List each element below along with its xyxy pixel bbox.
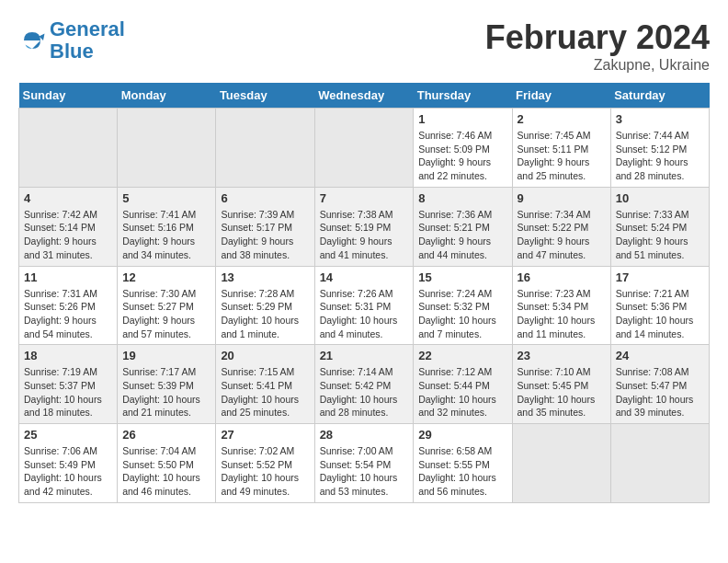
day-detail: Sunrise: 7:24 AMSunset: 5:32 PMDaylight:… xyxy=(418,287,506,341)
day-detail: Sunrise: 7:06 AMSunset: 5:49 PMDaylight:… xyxy=(24,444,112,499)
day-number: 23 xyxy=(518,349,606,362)
calendar-cell: 13Sunrise: 7:28 AMSunset: 5:29 PMDayligh… xyxy=(216,266,314,345)
day-detail: Sunrise: 7:42 AMSunset: 5:14 PMDaylight:… xyxy=(24,208,112,262)
day-detail: Sunrise: 7:31 AMSunset: 5:26 PMDaylight:… xyxy=(24,287,112,341)
day-detail: Sunrise: 7:02 AMSunset: 5:52 PMDaylight:… xyxy=(221,444,309,499)
day-detail: Sunrise: 7:10 AMSunset: 5:45 PMDaylight:… xyxy=(518,365,606,419)
day-number: 18 xyxy=(24,349,112,362)
day-number: 5 xyxy=(122,191,210,205)
location-subtitle: Zakupne, Ukraine xyxy=(485,57,710,74)
calendar-cell: 4Sunrise: 7:42 AMSunset: 5:14 PMDaylight… xyxy=(19,187,118,266)
day-number: 9 xyxy=(518,191,606,205)
day-detail: Sunrise: 7:04 AMSunset: 5:50 PMDaylight:… xyxy=(122,444,210,499)
day-number: 14 xyxy=(320,270,409,284)
calendar-cell: 20Sunrise: 7:15 AMSunset: 5:41 PMDayligh… xyxy=(216,345,314,424)
column-header-monday: Monday xyxy=(118,83,216,109)
day-detail: Sunrise: 7:33 AMSunset: 5:24 PMDaylight:… xyxy=(616,208,704,262)
column-header-tuesday: Tuesday xyxy=(216,83,314,109)
day-detail: Sunrise: 7:14 AMSunset: 5:42 PMDaylight:… xyxy=(320,365,409,419)
calendar-cell: 18Sunrise: 7:19 AMSunset: 5:37 PMDayligh… xyxy=(19,345,118,424)
day-number: 6 xyxy=(221,191,309,205)
week-row-1: 1Sunrise: 7:46 AMSunset: 5:09 PMDaylight… xyxy=(19,109,710,188)
day-number: 29 xyxy=(418,428,506,442)
calendar-cell: 2Sunrise: 7:45 AMSunset: 5:11 PMDaylight… xyxy=(512,109,610,188)
day-number: 28 xyxy=(320,428,409,442)
calendar-cell xyxy=(314,109,414,188)
column-header-saturday: Saturday xyxy=(610,83,709,109)
day-number: 3 xyxy=(616,112,704,126)
calendar-cell: 24Sunrise: 7:08 AMSunset: 5:47 PMDayligh… xyxy=(610,345,709,424)
calendar-table: SundayMondayTuesdayWednesdayThursdayFrid… xyxy=(18,83,710,503)
week-row-2: 4Sunrise: 7:42 AMSunset: 5:14 PMDaylight… xyxy=(19,187,710,266)
calendar-cell: 9Sunrise: 7:34 AMSunset: 5:22 PMDaylight… xyxy=(512,187,610,266)
day-detail: Sunrise: 7:12 AMSunset: 5:44 PMDaylight:… xyxy=(418,365,506,419)
day-detail: Sunrise: 7:00 AMSunset: 5:54 PMDaylight:… xyxy=(320,444,409,499)
logo: General Blue xyxy=(18,18,125,63)
main-title: February 2024 xyxy=(485,18,710,57)
day-number: 25 xyxy=(24,428,112,442)
calendar-header-row: SundayMondayTuesdayWednesdayThursdayFrid… xyxy=(19,83,710,109)
day-detail: Sunrise: 7:38 AMSunset: 5:19 PMDaylight:… xyxy=(320,208,409,262)
calendar-cell: 27Sunrise: 7:02 AMSunset: 5:52 PMDayligh… xyxy=(216,424,314,503)
week-row-4: 18Sunrise: 7:19 AMSunset: 5:37 PMDayligh… xyxy=(19,345,710,424)
calendar-cell: 17Sunrise: 7:21 AMSunset: 5:36 PMDayligh… xyxy=(610,266,709,345)
day-detail: Sunrise: 7:46 AMSunset: 5:09 PMDaylight:… xyxy=(418,129,506,183)
day-number: 8 xyxy=(418,191,506,205)
day-number: 20 xyxy=(221,349,309,362)
calendar-cell: 1Sunrise: 7:46 AMSunset: 5:09 PMDaylight… xyxy=(414,109,512,188)
day-number: 22 xyxy=(418,349,506,362)
calendar-cell: 5Sunrise: 7:41 AMSunset: 5:16 PMDaylight… xyxy=(118,187,216,266)
calendar-cell xyxy=(19,109,118,188)
day-number: 1 xyxy=(418,112,506,126)
day-detail: Sunrise: 7:17 AMSunset: 5:39 PMDaylight:… xyxy=(122,365,210,419)
calendar-cell: 25Sunrise: 7:06 AMSunset: 5:49 PMDayligh… xyxy=(19,424,118,503)
logo-text: General Blue xyxy=(50,18,125,63)
calendar-cell: 19Sunrise: 7:17 AMSunset: 5:39 PMDayligh… xyxy=(118,345,216,424)
day-number: 16 xyxy=(518,270,606,284)
calendar-cell: 28Sunrise: 7:00 AMSunset: 5:54 PMDayligh… xyxy=(314,424,414,503)
week-row-3: 11Sunrise: 7:31 AMSunset: 5:26 PMDayligh… xyxy=(19,266,710,345)
day-number: 7 xyxy=(320,191,409,205)
day-detail: Sunrise: 7:23 AMSunset: 5:34 PMDaylight:… xyxy=(518,287,606,341)
day-detail: Sunrise: 7:45 AMSunset: 5:11 PMDaylight:… xyxy=(518,129,606,183)
day-detail: Sunrise: 7:39 AMSunset: 5:17 PMDaylight:… xyxy=(221,208,309,262)
calendar-cell: 11Sunrise: 7:31 AMSunset: 5:26 PMDayligh… xyxy=(19,266,118,345)
calendar-cell: 16Sunrise: 7:23 AMSunset: 5:34 PMDayligh… xyxy=(512,266,610,345)
logo-icon xyxy=(18,27,46,54)
day-number: 21 xyxy=(320,349,409,362)
day-number: 17 xyxy=(616,270,704,284)
calendar-cell: 10Sunrise: 7:33 AMSunset: 5:24 PMDayligh… xyxy=(610,187,709,266)
calendar-cell: 21Sunrise: 7:14 AMSunset: 5:42 PMDayligh… xyxy=(314,345,414,424)
day-detail: Sunrise: 7:28 AMSunset: 5:29 PMDaylight:… xyxy=(221,287,309,341)
day-number: 13 xyxy=(221,270,309,284)
calendar-cell: 26Sunrise: 7:04 AMSunset: 5:50 PMDayligh… xyxy=(118,424,216,503)
calendar-cell xyxy=(118,109,216,188)
calendar-cell: 29Sunrise: 6:58 AMSunset: 5:55 PMDayligh… xyxy=(414,424,512,503)
page-header: General Blue February 2024 Zakupne, Ukra… xyxy=(18,18,710,74)
calendar-cell xyxy=(216,109,314,188)
title-area: February 2024 Zakupne, Ukraine xyxy=(485,18,710,74)
calendar-cell: 7Sunrise: 7:38 AMSunset: 5:19 PMDaylight… xyxy=(314,187,414,266)
day-detail: Sunrise: 7:41 AMSunset: 5:16 PMDaylight:… xyxy=(122,208,210,262)
column-header-wednesday: Wednesday xyxy=(314,83,414,109)
day-detail: Sunrise: 7:30 AMSunset: 5:27 PMDaylight:… xyxy=(122,287,210,341)
day-detail: Sunrise: 7:44 AMSunset: 5:12 PMDaylight:… xyxy=(616,129,704,183)
day-number: 2 xyxy=(518,112,606,126)
calendar-cell: 3Sunrise: 7:44 AMSunset: 5:12 PMDaylight… xyxy=(610,109,709,188)
week-row-5: 25Sunrise: 7:06 AMSunset: 5:49 PMDayligh… xyxy=(19,424,710,503)
day-number: 12 xyxy=(122,270,210,284)
calendar-cell: 22Sunrise: 7:12 AMSunset: 5:44 PMDayligh… xyxy=(414,345,512,424)
day-number: 24 xyxy=(616,349,704,362)
day-number: 10 xyxy=(616,191,704,205)
day-detail: Sunrise: 7:34 AMSunset: 5:22 PMDaylight:… xyxy=(518,208,606,262)
calendar-cell xyxy=(610,424,709,503)
day-detail: Sunrise: 7:08 AMSunset: 5:47 PMDaylight:… xyxy=(616,365,704,419)
column-header-sunday: Sunday xyxy=(19,83,118,109)
day-detail: Sunrise: 7:21 AMSunset: 5:36 PMDaylight:… xyxy=(616,287,704,341)
column-header-thursday: Thursday xyxy=(414,83,512,109)
calendar-cell: 14Sunrise: 7:26 AMSunset: 5:31 PMDayligh… xyxy=(314,266,414,345)
day-detail: Sunrise: 6:58 AMSunset: 5:55 PMDaylight:… xyxy=(418,444,506,499)
calendar-cell: 8Sunrise: 7:36 AMSunset: 5:21 PMDaylight… xyxy=(414,187,512,266)
day-detail: Sunrise: 7:26 AMSunset: 5:31 PMDaylight:… xyxy=(320,287,409,341)
day-number: 4 xyxy=(24,191,112,205)
